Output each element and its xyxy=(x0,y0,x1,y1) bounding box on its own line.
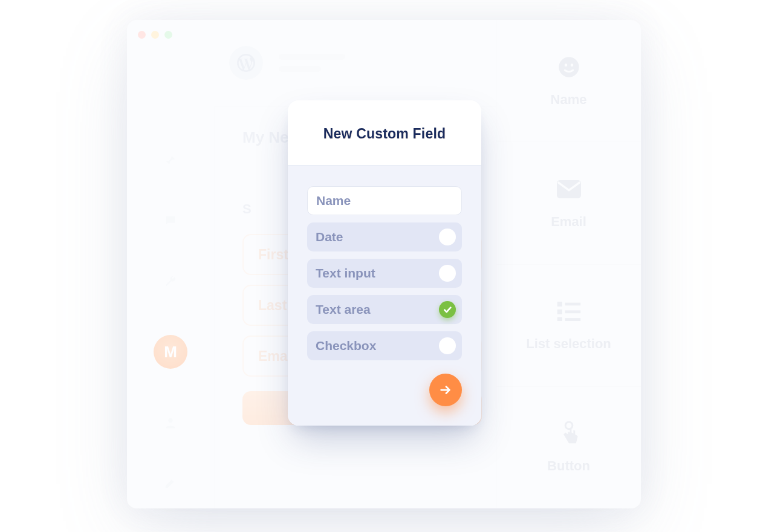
option-label: Checkbox xyxy=(316,339,376,353)
svg-point-3 xyxy=(570,63,573,66)
chat-icon xyxy=(164,214,177,227)
option-label: Text input xyxy=(316,266,375,281)
svg-point-1 xyxy=(559,57,579,77)
component-card-list: List selection xyxy=(496,265,641,387)
svg-rect-8 xyxy=(565,311,580,314)
app-badge-letter: M xyxy=(164,343,177,362)
smile-icon xyxy=(556,54,582,80)
component-label: List selection xyxy=(526,336,611,352)
component-panel: Name Email List selection Button xyxy=(496,20,641,508)
modal-body: Name Date Text input Text area Checkbox xyxy=(288,166,481,426)
svg-point-0 xyxy=(168,418,172,423)
list-icon xyxy=(556,299,582,324)
svg-rect-7 xyxy=(557,310,562,314)
field-type-option-text-area[interactable]: Text area xyxy=(307,295,462,324)
maximize-icon xyxy=(164,31,172,39)
form-field-label: First xyxy=(258,247,288,263)
new-custom-field-modal: New Custom Field Name Date Text input Te… xyxy=(288,100,481,426)
form-field-label: Emai xyxy=(258,348,291,365)
field-name-input[interactable]: Name xyxy=(307,186,462,215)
modal-header: New Custom Field xyxy=(288,100,481,166)
svg-point-2 xyxy=(564,63,567,66)
field-type-option-checkbox[interactable]: Checkbox xyxy=(307,331,462,360)
component-card-name: Name xyxy=(496,20,641,142)
modal-title: New Custom Field xyxy=(302,126,467,142)
svg-rect-5 xyxy=(557,302,562,307)
form-field-label: Last xyxy=(258,297,287,314)
svg-point-11 xyxy=(565,422,573,429)
pencil-icon xyxy=(164,476,177,490)
arrow-right-icon xyxy=(439,383,452,397)
tap-icon xyxy=(556,421,582,446)
background-topbar xyxy=(215,20,496,106)
app-badge: M xyxy=(154,335,187,369)
radio-icon xyxy=(439,229,456,245)
user-icon xyxy=(164,416,177,429)
field-type-option-text-input[interactable]: Text input xyxy=(307,259,462,288)
background-sidebar: M xyxy=(127,106,215,508)
radio-icon xyxy=(439,337,456,354)
next-button[interactable] xyxy=(429,374,462,406)
close-icon xyxy=(138,31,146,39)
window-traffic-lights xyxy=(138,31,172,39)
minimize-icon xyxy=(151,31,159,39)
component-label: Button xyxy=(547,458,590,474)
wordpress-logo-icon xyxy=(229,46,263,80)
field-name-label: Name xyxy=(316,193,351,208)
radio-icon xyxy=(439,265,456,282)
component-card-email: Email xyxy=(496,142,641,264)
mail-icon xyxy=(556,177,582,202)
component-label: Name xyxy=(551,92,587,108)
option-label: Text area xyxy=(316,302,371,317)
svg-rect-9 xyxy=(557,317,562,321)
svg-rect-6 xyxy=(565,303,580,306)
pin-icon xyxy=(164,154,177,167)
component-card-button: Button xyxy=(496,387,641,508)
option-label: Date xyxy=(316,230,343,244)
component-label: Email xyxy=(551,214,586,230)
skeleton-lines xyxy=(279,54,345,72)
check-icon xyxy=(439,301,456,318)
wrench-icon xyxy=(164,274,177,288)
svg-rect-10 xyxy=(565,318,580,321)
field-type-option-date[interactable]: Date xyxy=(307,222,462,251)
